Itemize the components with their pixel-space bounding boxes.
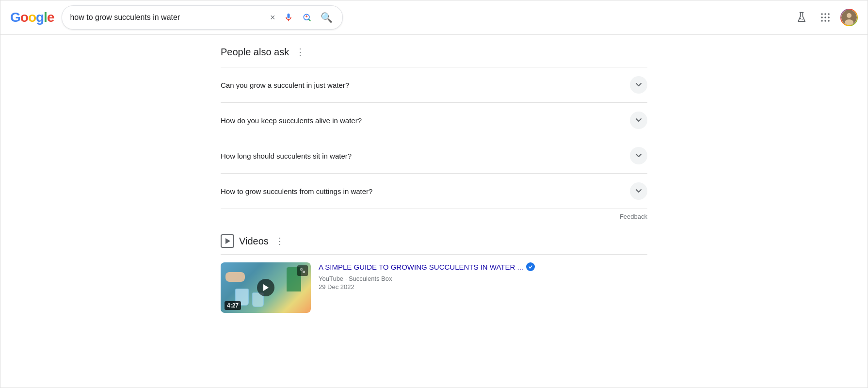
video-result-1: 4:27 A SIMPLE GUIDE TO GROWING SUCCULENT… bbox=[221, 262, 647, 313]
video-date-1: 29 Dec 2022 bbox=[319, 283, 647, 291]
lens-search-button[interactable] bbox=[300, 11, 314, 24]
chevron-down-icon bbox=[635, 187, 643, 195]
svg-marker-16 bbox=[263, 284, 269, 291]
paa-title: People also ask bbox=[221, 47, 289, 58]
search-button[interactable]: 🔍 bbox=[319, 10, 335, 25]
faq-item-3[interactable]: How long should succulents sit in water? bbox=[221, 138, 647, 174]
svg-rect-18 bbox=[303, 271, 305, 273]
svg-point-9 bbox=[821, 20, 823, 22]
video-meta-1: YouTube · Succulents Box 29 Dec 2022 bbox=[319, 275, 647, 291]
clear-button[interactable]: × bbox=[268, 11, 277, 25]
faq-chevron-1 bbox=[630, 76, 647, 94]
google-logo[interactable]: Google bbox=[10, 10, 54, 25]
microphone-icon bbox=[284, 13, 293, 22]
faq-item-4[interactable]: How to grow succulents from cuttings in … bbox=[221, 174, 647, 209]
labs-button[interactable] bbox=[793, 9, 810, 26]
video-duration: 4:27 bbox=[225, 301, 241, 310]
video-title-text-1: A SIMPLE GUIDE TO GROWING SUCCULENTS IN … bbox=[319, 263, 523, 271]
avatar-image bbox=[841, 10, 857, 25]
faq-chevron-3 bbox=[630, 147, 647, 164]
svg-point-1 bbox=[800, 18, 801, 19]
video-title-link-1[interactable]: A SIMPLE GUIDE TO GROWING SUCCULENTS IN … bbox=[319, 262, 647, 271]
grid-icon bbox=[820, 12, 831, 23]
svg-rect-17 bbox=[301, 269, 302, 270]
header: Google × 🔍 bbox=[0, 0, 868, 35]
video-source-1: YouTube · Succulents Box bbox=[319, 275, 647, 282]
paa-menu-button[interactable]: ⋮ bbox=[294, 45, 306, 59]
clear-icon: × bbox=[270, 13, 275, 23]
lens-icon bbox=[302, 13, 312, 22]
verified-badge-1 bbox=[526, 262, 535, 271]
chevron-down-icon bbox=[635, 116, 643, 124]
video-section-icon bbox=[221, 234, 234, 248]
svg-marker-15 bbox=[225, 238, 230, 244]
faq-question-2: How do you keep succulents alive in wate… bbox=[221, 116, 362, 125]
avatar[interactable] bbox=[840, 9, 858, 26]
thumb-decoration bbox=[225, 272, 245, 282]
svg-point-7 bbox=[824, 16, 826, 18]
svg-point-10 bbox=[824, 20, 826, 22]
expand-icon[interactable] bbox=[297, 265, 308, 276]
faq-chevron-4 bbox=[630, 182, 647, 200]
svg-point-2 bbox=[802, 19, 803, 20]
labs-icon bbox=[795, 11, 808, 24]
faq-question-4: How to grow succulents from cuttings in … bbox=[221, 187, 372, 195]
faq-list: Can you grow a succulent in just water? … bbox=[221, 67, 647, 209]
chevron-down-icon bbox=[635, 152, 643, 160]
chevron-down-icon bbox=[635, 81, 643, 89]
videos-section: Videos ⋮ bbox=[221, 234, 647, 313]
svg-point-5 bbox=[828, 13, 830, 15]
svg-point-6 bbox=[821, 16, 823, 18]
play-triangle-icon bbox=[263, 284, 269, 291]
svg-point-3 bbox=[821, 13, 823, 15]
videos-header: Videos ⋮ bbox=[221, 234, 647, 255]
feedback-row: Feedback bbox=[221, 209, 647, 222]
faq-item-2[interactable]: How do you keep succulents alive in wate… bbox=[221, 103, 647, 138]
apps-grid-button[interactable] bbox=[818, 10, 833, 25]
faq-question-1: Can you grow a succulent in just water? bbox=[221, 81, 349, 89]
header-right bbox=[793, 9, 858, 26]
svg-point-14 bbox=[845, 19, 853, 25]
faq-chevron-2 bbox=[630, 112, 647, 129]
play-button-overlay[interactable] bbox=[257, 279, 274, 296]
video-thumbnail-1[interactable]: 4:27 bbox=[221, 262, 311, 313]
main-content: People also ask ⋮ Can you grow a succule… bbox=[201, 35, 667, 323]
play-icon bbox=[224, 238, 231, 244]
video-info-1: A SIMPLE GUIDE TO GROWING SUCCULENTS IN … bbox=[319, 262, 647, 291]
svg-point-8 bbox=[828, 16, 830, 18]
faq-item-1[interactable]: Can you grow a succulent in just water? bbox=[221, 67, 647, 103]
voice-search-button[interactable] bbox=[282, 11, 295, 24]
faq-question-3: How long should succulents sit in water? bbox=[221, 152, 352, 160]
videos-title: Videos bbox=[239, 236, 269, 247]
feedback-link[interactable]: Feedback bbox=[620, 213, 647, 220]
search-input[interactable] bbox=[70, 13, 263, 22]
fullscreen-icon bbox=[300, 268, 305, 273]
checkmark-icon bbox=[528, 264, 533, 269]
videos-menu-button[interactable]: ⋮ bbox=[273, 234, 286, 248]
people-also-ask-section: People also ask ⋮ Can you grow a succule… bbox=[221, 45, 647, 222]
search-icon: 🔍 bbox=[321, 12, 333, 23]
paa-header: People also ask ⋮ bbox=[221, 45, 647, 59]
search-bar: × 🔍 bbox=[62, 5, 343, 30]
svg-point-11 bbox=[828, 20, 830, 22]
svg-point-4 bbox=[824, 13, 826, 15]
svg-point-13 bbox=[847, 13, 852, 18]
